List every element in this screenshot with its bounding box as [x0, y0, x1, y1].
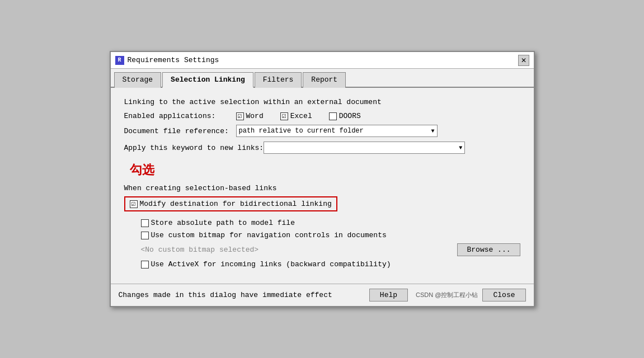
annotation-wrapper: 勾选: [124, 166, 520, 183]
close-button[interactable]: Close: [482, 289, 525, 302]
activex-label: Use ActiveX for incoming links (backward…: [151, 260, 391, 268]
activex-item[interactable]: Use ActiveX for incoming links (backward…: [141, 260, 391, 268]
watermark: CSDN @控制工程小钻: [416, 291, 478, 299]
word-checkbox[interactable]: [236, 112, 244, 120]
dropdown-arrow-icon: ▼: [431, 128, 434, 134]
modify-dest-checkbox[interactable]: [130, 200, 138, 208]
close-window-button[interactable]: ✕: [518, 55, 529, 66]
app-excel[interactable]: Excel: [280, 112, 312, 120]
store-abs-item[interactable]: Store absolute path to model file: [141, 219, 295, 227]
enabled-apps-row: Enabled applications: Word Excel DOORS: [124, 112, 520, 120]
main-window: R Requirements Settings ✕ Storage Select…: [110, 51, 535, 307]
excel-checkbox[interactable]: [280, 112, 288, 120]
apply-keyword-label: Apply this keyword to new links:: [124, 144, 264, 152]
doc-file-ref-row: Document file reference: path relative t…: [124, 125, 520, 137]
title-bar-left: R Requirements Settings: [115, 56, 219, 65]
tab-content: Linking to the active selection within a…: [111, 88, 534, 278]
title-bar: R Requirements Settings ✕: [111, 52, 534, 69]
tab-storage[interactable]: Storage: [114, 72, 162, 88]
window-title: Requirements Settings: [128, 56, 219, 64]
word-label: Word: [246, 112, 264, 120]
footer-changes-text: Changes made in this dialog have immedia…: [119, 291, 332, 299]
apps-checkboxes: Word Excel DOORS: [236, 112, 361, 120]
store-abs-checkbox[interactable]: [141, 219, 149, 227]
app-word[interactable]: Word: [236, 112, 264, 120]
footer: Changes made in this dialog have immedia…: [111, 284, 534, 306]
tab-selection-linking[interactable]: Selection Linking: [162, 72, 253, 88]
help-button[interactable]: Help: [369, 289, 408, 302]
annotation-text: 勾选: [130, 162, 154, 178]
footer-buttons: Help CSDN @控制工程小钻 Close: [369, 289, 526, 302]
tab-bar: Storage Selection Linking Filters Report: [111, 69, 534, 88]
no-bitmap-row: <No custom bitmap selected> Browse ...: [124, 243, 520, 256]
doc-file-ref-dropdown[interactable]: path relative to current folder ▼: [236, 125, 438, 137]
when-title: When creating selection-based links: [124, 184, 520, 192]
tab-filters[interactable]: Filters: [255, 72, 302, 88]
custom-bitmap-row: Use custom bitmap for navigation control…: [124, 231, 520, 239]
tab-report[interactable]: Report: [303, 72, 346, 88]
apply-keyword-row: Apply this keyword to new links: ▼: [124, 142, 520, 154]
no-bitmap-placeholder: <No custom bitmap selected>: [141, 246, 259, 254]
activex-row: Use ActiveX for incoming links (backward…: [124, 260, 520, 268]
app-icon: R: [115, 56, 124, 65]
modify-dest-row: Modify destination for bidirectional lin…: [124, 196, 520, 215]
custom-bitmap-label: Use custom bitmap for navigation control…: [151, 231, 387, 239]
keyword-dropdown-arrow-icon: ▼: [459, 145, 462, 151]
apply-keyword-dropdown[interactable]: ▼: [264, 142, 465, 154]
browse-button[interactable]: Browse ...: [457, 243, 520, 256]
modify-dest-highlight[interactable]: Modify destination for bidirectional lin…: [124, 196, 337, 211]
doc-file-ref-value: path relative to current folder: [239, 127, 364, 135]
store-abs-row: Store absolute path to model file: [124, 219, 520, 227]
doors-label: DOORS: [339, 112, 361, 120]
enabled-apps-label: Enabled applications:: [124, 112, 236, 120]
doc-file-ref-label: Document file reference:: [124, 127, 236, 135]
modify-dest-label: Modify destination for bidirectional lin…: [140, 200, 332, 208]
doors-checkbox[interactable]: [329, 112, 337, 120]
section1-title: Linking to the active selection within a…: [124, 98, 520, 106]
store-abs-label: Store absolute path to model file: [151, 219, 295, 227]
excel-label: Excel: [290, 112, 312, 120]
custom-bitmap-item[interactable]: Use custom bitmap for navigation control…: [141, 231, 387, 239]
activex-checkbox[interactable]: [141, 261, 149, 268]
app-doors[interactable]: DOORS: [329, 112, 361, 120]
custom-bitmap-checkbox[interactable]: [141, 232, 149, 239]
